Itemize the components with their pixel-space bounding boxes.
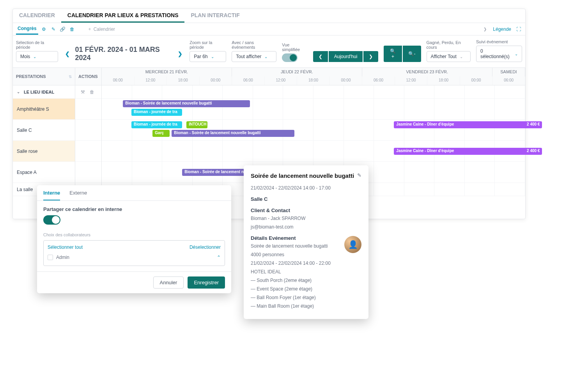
plus-icon: ＋ (87, 26, 92, 32)
event-bar[interactable]: Jasmine Caine - Dîner d'équipe2 400 € (394, 121, 542, 128)
room-actions (75, 120, 101, 141)
tab-calendrier-lieux[interactable]: CALENDRIER PAR LIEUX & PRESTATIONS (61, 9, 185, 23)
room-actions (75, 162, 101, 183)
link-icon[interactable]: 🔗 (59, 26, 66, 33)
chevron-up-icon[interactable]: ⌃ (217, 255, 221, 260)
tab-plan-interactif[interactable]: PLAN INTERACTIF (184, 9, 246, 23)
client-name: Bioman - Jack SPARROW (251, 216, 361, 221)
cancel-button[interactable]: Annuler (153, 276, 184, 289)
next-period-button[interactable]: ❯ (176, 49, 184, 58)
checkbox[interactable] (48, 255, 53, 260)
calendar-subbar: Congrès ⚙ ✎ 🔗 🗑 ＋Calendrier ❯ Légende ⛶ (13, 23, 525, 35)
calendar-name[interactable]: Congrès (16, 23, 38, 35)
share-title: Partager ce calendrier en interne (43, 206, 225, 212)
pencil-icon[interactable]: ✎ (357, 172, 361, 178)
room-actions (75, 141, 101, 162)
tree-icon[interactable]: ⚒ (79, 89, 86, 96)
hour-header: 18:00 (297, 76, 330, 85)
trash-icon[interactable]: 🗑 (69, 26, 76, 33)
filter-select[interactable]: Tout afficher⌄ (232, 51, 276, 62)
collab-label: Choix des collaborateurs (43, 232, 225, 237)
hour-header: 06:00 (232, 76, 265, 85)
zoom-out-button[interactable]: 🔍- (403, 46, 421, 62)
client-heading: Client & Contact (251, 207, 361, 213)
event-bar[interactable]: Garç (152, 130, 169, 137)
event-bar[interactable]: INTOUCH (186, 121, 207, 128)
fullscreen-icon[interactable]: ⛶ (515, 26, 522, 33)
event-title: Soirée de lancement nouvelle bugatti (251, 172, 354, 179)
next-button[interactable]: ❯ (363, 51, 378, 62)
deselect-link[interactable]: Déselectionner (190, 245, 221, 250)
collab-box: Sélectionner tout Déselectionner Admin ⌃ (43, 240, 225, 266)
event-full-dates: 21/02/2024 - 22/02/2024 14:00 - 22:00 (251, 260, 361, 266)
trash-icon[interactable]: 🗑 (89, 89, 96, 96)
event-details-heading: Détails Evénement (251, 235, 361, 241)
zoom-label: Zoom sur la période (190, 40, 226, 50)
status-select[interactable]: Afficher Tout⌄ (427, 51, 471, 62)
event-bar[interactable]: Bioman - Soirée de lancement nouvelle bu… (123, 100, 250, 107)
date-range-label: 01 FÉVR. 2024 - 01 MARS 2024 (75, 46, 173, 62)
prestations-header[interactable]: PRESTATIONS⇅ (13, 68, 75, 85)
zoom-group: 🔍+ 🔍- (384, 46, 421, 62)
event-bar[interactable]: Bioman - Soirée de lancement nouvelle bu… (172, 130, 294, 137)
toolbar: Sélection de la période Mois⌄ ❮ 01 FÉVR.… (13, 35, 525, 67)
hour-header: 00:00 (200, 76, 232, 85)
hour-header: 18:00 (167, 76, 200, 85)
simple-view-label: Vue simplifiée (282, 43, 307, 52)
grid-header: PRESTATIONS⇅ ACTIONS MERCREDI 21 FÉVR. J… (13, 67, 525, 85)
event-bar[interactable]: Bioman - journée de tra (131, 121, 182, 128)
tab-interne[interactable]: Interne (43, 190, 60, 200)
zoom-select[interactable]: Par 6h⌄ (190, 51, 226, 62)
event-bar[interactable]: Jasmine Caine - Dîner d'équipe2 400 € (394, 148, 542, 155)
client-email: js@bioman-test.com (251, 224, 361, 230)
event-room-item: — Ball Room Foyer (1er étage) (251, 295, 361, 300)
tab-calendrier[interactable]: CALENDRIER (13, 9, 61, 23)
room-row[interactable]: Espace A (13, 162, 75, 183)
simple-view-toggle[interactable] (282, 53, 298, 62)
chevron-down-icon: ⌄ (17, 90, 20, 94)
event-room-item: — South Porch (2eme étage) (251, 278, 361, 283)
avatar: 👤 (344, 236, 361, 253)
event-room-item: — Event Space (2eme étage) (251, 286, 361, 292)
room-row[interactable]: Salle C (13, 120, 75, 141)
select-all-link[interactable]: Sélectionner tout (48, 245, 83, 250)
hour-header: 00:00 (330, 76, 363, 85)
day-header: JEUDI 22 FÉVR. (232, 68, 362, 76)
status-label: Gagné, Perdu, En cours (427, 40, 471, 50)
event-detail-popover: Soirée de lancement nouvelle bugatti ✎ 2… (244, 165, 368, 319)
hour-header: 00:00 (460, 76, 493, 85)
today-button[interactable]: Aujourd'hui (329, 51, 363, 62)
room-row[interactable]: Amphithéâtre S (13, 99, 75, 120)
add-calendar-button[interactable]: ＋Calendrier (87, 26, 115, 32)
chevron-right-icon[interactable]: ❯ (484, 27, 487, 31)
hour-header: 12:00 (265, 76, 298, 85)
pencil-icon[interactable]: ✎ (50, 26, 57, 33)
tab-externe[interactable]: Externe (69, 190, 87, 200)
event-dates: 21/02/2024 - 22/02/2024 14:00 - 17:00 (251, 185, 361, 191)
save-button[interactable]: Enregistrer (188, 276, 225, 289)
venue-actions: ⚒🗑 (75, 85, 101, 99)
hour-header: 12:00 (395, 76, 428, 85)
venue-row[interactable]: ⌄LE LIEU IDEAL (13, 85, 75, 99)
collab-row[interactable]: Admin ⌃ (48, 253, 221, 262)
zoom-in-button[interactable]: 🔍+ (384, 46, 402, 62)
chevron-down-icon: ⌄ (460, 55, 463, 59)
event-people: 4000 personnes (251, 252, 361, 257)
prev-button[interactable]: ❮ (313, 51, 328, 62)
prev-period-button[interactable]: ❮ (64, 49, 71, 58)
hour-header: 06:00 (102, 76, 135, 85)
hour-header: 18:00 (427, 76, 460, 85)
event-bar[interactable]: Bioman - journée de tra (131, 109, 182, 116)
gear-icon[interactable]: ⚙ (41, 26, 48, 33)
share-toggle[interactable] (43, 215, 60, 225)
follow-select[interactable]: 0 sélectionné(s)⌄ (476, 46, 522, 62)
actions-header: ACTIONS (75, 68, 102, 85)
hour-header: 12:00 (135, 76, 167, 85)
share-modal: Interne Externe Partager ce calendrier e… (37, 185, 231, 293)
hour-header: 06:00 (492, 76, 525, 85)
follow-label: Suivi événement (476, 39, 522, 44)
chevron-down-icon: ⌄ (264, 55, 267, 59)
room-row[interactable]: Salle rose (13, 141, 75, 162)
period-select[interactable]: Mois⌄ (16, 51, 58, 62)
legend-link[interactable]: Légende (493, 27, 511, 32)
